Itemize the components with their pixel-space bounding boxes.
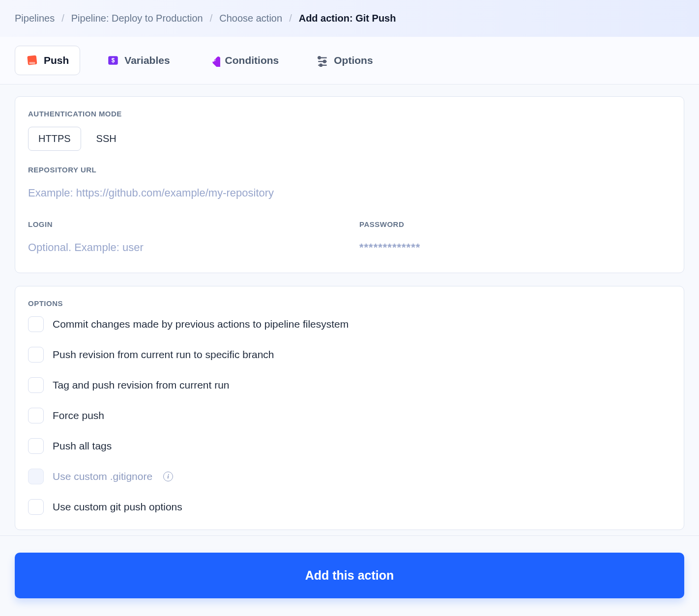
tab-label: Variables bbox=[124, 55, 170, 66]
option-label: Force push bbox=[53, 410, 104, 421]
breadcrumb-item[interactable]: Pipelines bbox=[15, 13, 55, 24]
checkbox bbox=[28, 469, 44, 484]
tab-variables[interactable]: $Variables bbox=[96, 46, 180, 75]
variables-icon: $ bbox=[107, 54, 119, 67]
tab-label: Push bbox=[44, 55, 69, 66]
auth-card: Authentication Mode HTTPSSSH Repository … bbox=[15, 96, 684, 273]
checkbox[interactable] bbox=[28, 347, 44, 363]
auth-mode-label: Authentication Mode bbox=[28, 110, 671, 118]
checkbox[interactable] bbox=[28, 377, 44, 393]
push-icon bbox=[26, 54, 39, 67]
tabs-bar: Push$VariablesIFConditionsOptions bbox=[0, 37, 699, 84]
option-row[interactable]: Tag and push revision from current run bbox=[28, 377, 671, 393]
auth-mode-segmented: HTTPSSSH bbox=[28, 127, 127, 151]
checkbox[interactable] bbox=[28, 499, 44, 515]
repo-url-input[interactable] bbox=[28, 183, 671, 203]
checkbox[interactable] bbox=[28, 316, 44, 332]
repo-url-label: Repository URL bbox=[28, 166, 671, 174]
option-row: Use custom .gitignorei bbox=[28, 469, 671, 484]
option-label: Push all tags bbox=[53, 440, 112, 452]
svg-text:$: $ bbox=[112, 57, 115, 64]
option-row[interactable]: Push revision from current run to specif… bbox=[28, 347, 671, 363]
add-action-button[interactable]: Add this action bbox=[15, 553, 684, 598]
options-icon bbox=[316, 54, 329, 67]
tab-label: Options bbox=[334, 55, 373, 66]
breadcrumb-item[interactable]: Pipeline: Deploy to Production bbox=[71, 13, 203, 24]
login-input[interactable] bbox=[28, 237, 340, 258]
option-label: Push revision from current run to specif… bbox=[53, 349, 274, 361]
login-label: Login bbox=[28, 220, 340, 228]
breadcrumb-separator: / bbox=[210, 13, 213, 24]
svg-point-11 bbox=[320, 64, 322, 66]
page-header: Pipelines/Pipeline: Deploy to Production… bbox=[0, 0, 699, 37]
auth-mode-ssh[interactable]: SSH bbox=[86, 127, 127, 151]
option-row[interactable]: Push all tags bbox=[28, 438, 671, 454]
options-list: Commit changes made by previous actions … bbox=[28, 316, 671, 515]
tab-conditions[interactable]: IFConditions bbox=[197, 46, 290, 75]
option-row[interactable]: Use custom git push options bbox=[28, 499, 671, 515]
tab-push[interactable]: Push bbox=[15, 46, 80, 75]
svg-point-6 bbox=[318, 56, 320, 59]
checkbox[interactable] bbox=[28, 438, 44, 454]
option-label: Commit changes made by previous actions … bbox=[53, 318, 349, 330]
tab-options[interactable]: Options bbox=[305, 46, 383, 75]
options-card: Options Commit changes made by previous … bbox=[15, 286, 684, 530]
option-label: Use custom .gitignore bbox=[53, 471, 152, 482]
conditions-icon: IF bbox=[207, 54, 220, 67]
svg-point-8 bbox=[323, 60, 326, 63]
svg-rect-1 bbox=[29, 62, 35, 64]
breadcrumb-item[interactable]: Choose action bbox=[219, 13, 282, 24]
breadcrumb-separator: / bbox=[289, 13, 292, 24]
checkbox[interactable] bbox=[28, 408, 44, 423]
option-row[interactable]: Force push bbox=[28, 408, 671, 423]
breadcrumb-item: Add action: Git Push bbox=[299, 13, 396, 24]
svg-text:IF: IF bbox=[211, 57, 216, 63]
breadcrumb: Pipelines/Pipeline: Deploy to Production… bbox=[15, 13, 684, 24]
options-section-label: Options bbox=[28, 299, 671, 308]
password-label: Password bbox=[359, 220, 671, 228]
password-input[interactable] bbox=[359, 237, 671, 258]
option-label: Use custom git push options bbox=[53, 501, 182, 513]
breadcrumb-separator: / bbox=[61, 13, 64, 24]
content-area: Authentication Mode HTTPSSSH Repository … bbox=[0, 84, 699, 548]
auth-mode-https[interactable]: HTTPS bbox=[28, 127, 81, 151]
option-label: Tag and push revision from current run bbox=[53, 379, 230, 391]
tab-label: Conditions bbox=[225, 55, 279, 66]
footer-bar: Add this action bbox=[0, 535, 699, 616]
info-icon[interactable]: i bbox=[163, 472, 173, 481]
option-row[interactable]: Commit changes made by previous actions … bbox=[28, 316, 671, 332]
